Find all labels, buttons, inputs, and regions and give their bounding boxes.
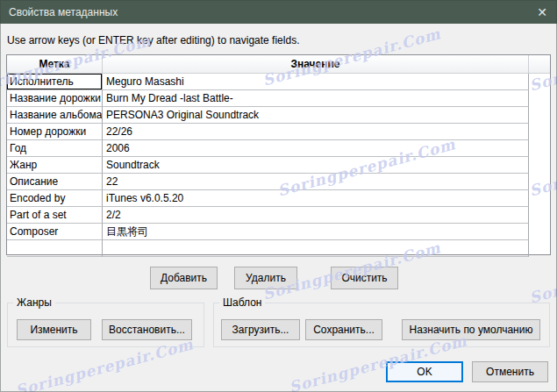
template-group-title: Шаблон — [219, 296, 265, 309]
cell-value[interactable]: PERSONA3 Original Soundtrack — [103, 107, 529, 124]
cancel-button[interactable]: Отменить — [472, 361, 548, 382]
table-row: Жанр Soundtrack — [7, 157, 550, 174]
cell-value[interactable]: 22 — [103, 174, 529, 190]
table-row: Название альбома PERSONA3 Original Sound… — [7, 107, 550, 124]
cell-label[interactable]: Описание — [7, 174, 103, 190]
close-icon: ✕ — [537, 5, 547, 19]
cell-value[interactable]: iTunes v6.0.5.20 — [103, 190, 529, 207]
template-groupbox: Шаблон Загрузить... Сохранить... Назначи… — [213, 303, 550, 347]
cell-value[interactable]: Soundtrack — [103, 157, 529, 174]
column-header-label[interactable]: Метка — [7, 55, 103, 73]
cell-label[interactable]: Исполнитель — [7, 74, 103, 90]
table-row: Encoded by iTunes v6.0.5.20 — [7, 190, 550, 207]
table-row: Part of a set 2/2 — [7, 207, 550, 224]
genres-group-title: Жанры — [13, 296, 55, 309]
load-template-button[interactable]: Загрузить... — [221, 319, 300, 340]
ok-button[interactable]: OK — [386, 361, 463, 382]
clear-button[interactable]: Очистить — [331, 267, 398, 289]
cell-label[interactable]: Encoded by — [7, 190, 103, 207]
cell-value[interactable]: 22/26 — [103, 124, 529, 140]
cell-label[interactable]: Название альбома — [7, 107, 103, 124]
cell-label[interactable]: Номер дорожки — [7, 124, 103, 140]
cell-value[interactable] — [103, 240, 529, 257]
window-title: Свойства метаданных — [9, 6, 527, 18]
cell-label[interactable] — [7, 240, 103, 257]
close-button[interactable]: ✕ — [527, 0, 557, 24]
add-button[interactable]: Добавить — [150, 267, 218, 289]
set-default-template-button[interactable]: Назначить по умолчанию — [402, 319, 540, 340]
metadata-table: Метка Значение Исполнитель Meguro Masash… — [6, 54, 551, 255]
cell-value[interactable]: Burn My Dread -last Battle- — [103, 90, 529, 107]
cell-label[interactable]: Composer — [7, 224, 103, 240]
genres-groupbox: Жанры Изменить Восстановить... — [7, 303, 204, 347]
change-genres-button[interactable]: Изменить — [17, 319, 91, 340]
instruction-text: Use arrow keys (or ENTER key after editi… — [7, 34, 299, 46]
cell-label[interactable]: Год — [7, 140, 103, 157]
table-row: Название дорожки Burn My Dread -last Bat… — [7, 90, 550, 107]
column-header-value[interactable]: Значение — [103, 55, 529, 73]
table-row: Описание 22 — [7, 174, 550, 190]
table-row — [7, 240, 550, 257]
cell-label[interactable]: Part of a set — [7, 207, 103, 224]
restore-genres-button[interactable]: Восстановить... — [102, 319, 192, 340]
cell-label[interactable]: Жанр — [7, 157, 103, 174]
table-header: Метка Значение — [7, 55, 550, 74]
save-template-button[interactable]: Сохранить... — [305, 319, 382, 340]
table-row: Исполнитель Meguro Masashi — [7, 74, 550, 90]
table-row: Год 2006 — [7, 140, 550, 157]
titlebar: Свойства метаданных ✕ — [0, 0, 557, 24]
cell-value[interactable]: 2/2 — [103, 207, 529, 224]
cell-value[interactable]: Meguro Masashi — [103, 74, 529, 90]
cell-label[interactable]: Название дорожки — [7, 90, 103, 107]
delete-button[interactable]: Удалить — [234, 267, 297, 289]
column-header-filler — [529, 55, 550, 73]
cell-value[interactable]: 2006 — [103, 140, 529, 157]
cell-value[interactable]: 目黒将司 — [103, 224, 529, 240]
table-row: Composer 目黒将司 — [7, 224, 550, 240]
table-row: Номер дорожки 22/26 — [7, 124, 550, 140]
